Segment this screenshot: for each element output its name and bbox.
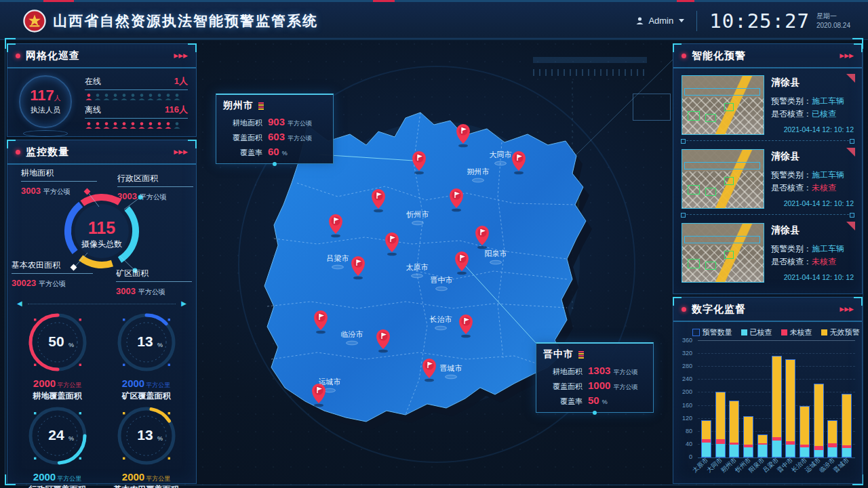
bar-运城市[interactable] [814, 384, 824, 458]
tip-row-label: 覆盖面积 [543, 382, 583, 392]
user-menu[interactable]: Admin [635, 16, 684, 26]
bar-朔州市[interactable] [729, 401, 739, 458]
person-icon [146, 93, 155, 101]
patrol-row-online: 在线 1人 [85, 75, 188, 101]
bar-晋中市[interactable] [785, 359, 795, 458]
corner-fold-icon [846, 148, 855, 157]
detection-box-icon [724, 103, 734, 111]
gauge-value: 2000 [33, 471, 56, 483]
bar-segment-已核查 [772, 441, 781, 457]
clock-time: 10:25:27 [709, 9, 810, 33]
svg-text:晋中市: 晋中市 [431, 276, 453, 284]
person-icon [164, 93, 172, 101]
panel-title: 智能化预警 [692, 49, 746, 62]
gauge-value: 2000 [122, 471, 144, 483]
panel-digital-supervision: 数字化监督 ▶▶▶ 预警数量已核查未核查无效预警 040801201602002… [673, 297, 863, 484]
camera-total-label: 摄像头总数 [81, 239, 122, 249]
bar-长治市[interactable] [800, 406, 810, 458]
bar-阳泉市[interactable] [757, 434, 768, 458]
bar-大同市[interactable] [715, 392, 726, 458]
stat-label: 矿区面积 [116, 268, 192, 282]
tip-row-unit: 平方公顷 [613, 383, 637, 392]
stat-unit: 平方公顷 [138, 288, 165, 296]
legend-item[interactable]: 未核查 [781, 327, 812, 338]
supervision-bar-chart [698, 341, 855, 458]
date-label: 2020.08.24 [816, 21, 850, 30]
detection-box-icon [684, 236, 760, 243]
alert-timestamp: 2021-04-14 12: 10: 12 [784, 125, 854, 135]
bar-吕梁市[interactable] [772, 356, 782, 458]
bar-segment-已核查 [702, 443, 711, 458]
panel-more-arrows-icon[interactable]: ▶▶▶ [174, 148, 188, 155]
bar-太原市[interactable] [701, 420, 711, 458]
user-name: Admin [648, 16, 673, 26]
y-tick-label: 360 [682, 337, 692, 344]
legend-label: 预警数量 [703, 327, 732, 338]
person-icon [173, 93, 181, 101]
chevron-down-icon [679, 19, 684, 22]
bar-segment-无效预警 [730, 401, 738, 443]
stat-label: 基本农田面积 [12, 260, 93, 274]
person-icon [85, 93, 93, 101]
gauge-percent: 24 [48, 427, 64, 443]
offline-label: 离线 [85, 104, 101, 116]
alert-card-2[interactable]: 清徐县预警类别：施工车辆是否核查：未核查2021-04-14 12: 10: 1… [673, 216, 862, 287]
patrol-row-offline: 离线 116人 [85, 104, 188, 129]
bar-segment-无效预警 [814, 384, 823, 446]
circle-base-decor [23, 130, 68, 137]
bar-segment-无效预警 [702, 421, 711, 439]
alert-card-0[interactable]: 清徐县预警类别：施工车辆是否核查：已核查2021-04-14 12: 10: 1… [673, 68, 862, 139]
alert-photo-aerial-construction-site [682, 75, 764, 135]
y-tick-label: 80 [686, 428, 692, 434]
alert-card-1[interactable]: 清徐县预警类别：施工车辆是否核查：未核查2021-04-14 12: 10: 1… [673, 142, 862, 213]
alert-type-row: 预警类别：施工车辆 [771, 169, 854, 181]
alert-county: 清徐县 [771, 77, 854, 89]
svg-text:阳泉市: 阳泉市 [485, 249, 507, 258]
person-icon [138, 121, 146, 129]
carousel-left-icon[interactable]: ◀ [17, 300, 22, 307]
coverage-gauge-2: 24%2000平方公里行政区覆盖面积 [13, 403, 102, 488]
gauge-percent-suffix: % [68, 342, 74, 348]
gauge-unit: 平方公里 [57, 382, 81, 388]
tooltip-jinzhong: 晋中市 耕地面积1303平方公顷 覆盖面积1000平方公顷 覆盖率50% [536, 342, 654, 413]
stat-unit: 平方公顷 [43, 188, 71, 195]
bar-临汾市[interactable] [827, 420, 837, 458]
weekday-label: 星期一 [816, 12, 850, 21]
legend-item[interactable]: 预警数量 [692, 327, 732, 338]
panel-more-arrows-icon[interactable]: ▶▶▶ [840, 52, 854, 59]
gauge-percent: 50 [48, 333, 64, 349]
tooltip-city-name: 晋中市 [543, 348, 574, 361]
legend-swatch-icon [692, 329, 700, 336]
online-label: 在线 [85, 76, 101, 87]
offline-count: 116人 [165, 104, 188, 116]
bar-晋城市[interactable] [842, 394, 852, 458]
bar-segment-已核查 [730, 445, 738, 457]
stat-label: 行政区面积 [117, 173, 193, 187]
stat-value: 3003 [116, 286, 136, 296]
tip-row-value: 1000 [588, 380, 610, 391]
tip-row-unit: 平方公顷 [288, 119, 312, 128]
gauge-value: 2000 [122, 378, 144, 389]
panel-more-arrows-icon[interactable]: ▶▶▶ [174, 52, 188, 59]
y-tick-label: 320 [682, 350, 692, 357]
panel-monitor-count: 监控数量 ▶▶▶ 115 摄像头总数 耕地面积 3003平方公顷 行政区面积 [7, 140, 197, 484]
panel-more-arrows-icon[interactable]: ▶▶▶ [840, 306, 854, 312]
tooltip-shuozhou: 朔州市 耕地面积903平方公顷 覆盖面积603平方公顷 覆盖率60% [216, 94, 334, 164]
tip-row-label: 覆盖面积 [223, 133, 262, 143]
svg-text:晋城市: 晋城市 [440, 364, 462, 372]
detection-box-icon [724, 177, 734, 185]
enforcers-label: 执法人员 [31, 105, 60, 115]
bar-segment-无效预警 [744, 417, 753, 445]
chart-x-axis: 太原市大同市朔州市忻州市阳泉市吕梁市晋中市长治市运城市临汾市晋城市 [698, 458, 855, 483]
gauge-percent: 13 [137, 333, 153, 349]
person-icon [111, 93, 119, 101]
carousel-right-icon[interactable]: ▶ [181, 300, 186, 307]
tooltip-city-name: 朔州市 [223, 100, 254, 112]
corner-fold-icon [846, 74, 855, 83]
legend-item[interactable]: 无效预警 [821, 327, 860, 338]
panel-dot-icon [682, 54, 686, 58]
legend-item[interactable]: 已核查 [741, 327, 772, 338]
panel-dot-icon [16, 150, 20, 155]
stat-value: 3003 [21, 186, 41, 196]
bar-忻州市[interactable] [743, 416, 753, 458]
